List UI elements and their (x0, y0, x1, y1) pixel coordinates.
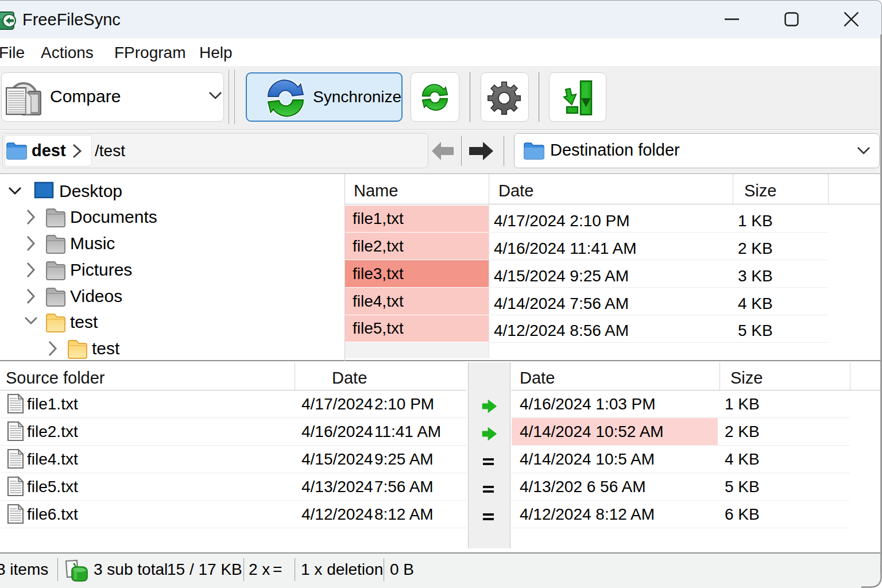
svg-text:Music: Music (70, 234, 115, 253)
svg-text:test: test (70, 312, 98, 331)
svg-text:Desktop: Desktop (59, 181, 122, 200)
svg-text:Videos: Videos (70, 287, 122, 305)
svg-text:Documents: Documents (70, 207, 157, 226)
svg-text:Pictures: Pictures (70, 260, 132, 279)
svg-text:test: test (92, 339, 120, 358)
